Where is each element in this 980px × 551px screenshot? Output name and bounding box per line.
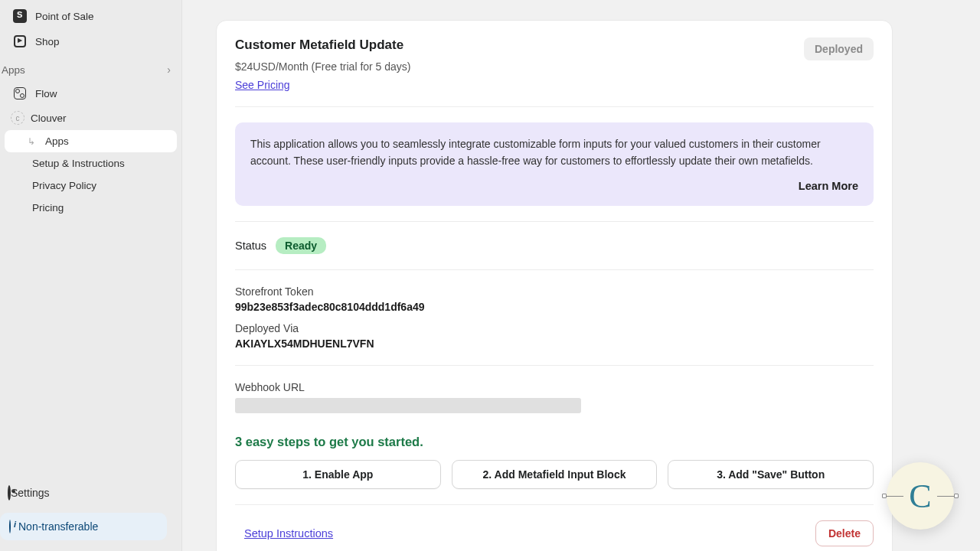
- settings-label: Settings: [11, 487, 50, 499]
- pos-icon: [12, 8, 28, 24]
- step-add-metafield-block[interactable]: 2. Add Metafield Input Block: [452, 460, 658, 489]
- sidebar-sub-label: Apps: [45, 135, 69, 147]
- shop-icon: [12, 34, 28, 49]
- sidebar-item-clouver[interactable]: c Clouver: [5, 106, 177, 129]
- storefront-token-value: 99b23e853f3adec80c8104ddd1df6a49: [235, 301, 874, 313]
- clouver-icon: c: [11, 111, 24, 125]
- info-text: This application allows you to seamlessl…: [250, 136, 858, 169]
- pill-label: Non-transferable: [18, 520, 98, 533]
- pricing-subtitle: $24USD/Month (Free trial for 5 days): [235, 60, 411, 73]
- flow-icon: [12, 86, 28, 101]
- sidebar-item-settings[interactable]: Settings: [0, 479, 181, 507]
- divider: [235, 269, 874, 270]
- deployed-via-label: Deployed Via: [235, 322, 874, 334]
- steps-row: 1. Enable App 2. Add Metafield Input Blo…: [235, 460, 874, 489]
- page-title: Customer Metafield Update: [235, 37, 411, 53]
- divider: [235, 221, 874, 222]
- sidebar-item-label: Point of Sale: [35, 11, 94, 22]
- sidebar-sub-privacy[interactable]: Privacy Policy: [5, 174, 177, 197]
- clouver-floating-badge[interactable]: C: [887, 462, 954, 530]
- gear-icon: [8, 487, 11, 499]
- sidebar-item-label: Clouver: [31, 112, 67, 124]
- sidebar-sub-pricing[interactable]: Pricing: [5, 197, 177, 219]
- step-enable-app[interactable]: 1. Enable App: [235, 460, 441, 489]
- divider: [235, 106, 874, 107]
- sidebar-sub-setup[interactable]: Setup & Instructions: [5, 152, 177, 174]
- sidebar-sub-apps[interactable]: ↳ Apps: [5, 130, 177, 152]
- sidebar-item-pos[interactable]: Point of Sale: [5, 4, 177, 28]
- info-banner: This application allows you to seamlessl…: [235, 122, 874, 206]
- deployed-badge: Deployed: [804, 37, 874, 60]
- sidebar-sub-label: Setup & Instructions: [32, 158, 125, 169]
- tree-branch-icon: ↳: [28, 136, 38, 147]
- setup-instructions-link[interactable]: Setup Instructions: [235, 527, 333, 540]
- delete-button[interactable]: Delete: [815, 520, 874, 546]
- sidebar-item-label: Flow: [35, 88, 57, 99]
- webhook-label: Webhook URL: [235, 381, 874, 393]
- sidebar: Point of Sale Shop Apps › Flow c Clouver…: [0, 0, 182, 551]
- sidebar-item-label: Shop: [35, 36, 60, 47]
- step-add-save-button[interactable]: 3. Add "Save" Button: [668, 460, 874, 489]
- steps-title: 3 easy steps to get you started.: [235, 435, 874, 449]
- divider: [235, 365, 874, 366]
- webhook-url-placeholder: [235, 398, 581, 413]
- apps-header-label: Apps: [2, 64, 25, 76]
- see-pricing-link[interactable]: See Pricing: [235, 79, 290, 91]
- status-badge: Ready: [276, 237, 326, 254]
- storefront-token-label: Storefront Token: [235, 285, 874, 298]
- non-transferable-pill[interactable]: Non-transferable: [0, 513, 167, 540]
- status-row: Status Ready: [235, 237, 874, 254]
- deployed-via-value: AKIAYLX54MDHUENL7VFN: [235, 337, 874, 350]
- clouver-logo-icon: C: [909, 477, 931, 516]
- sidebar-sub-label: Privacy Policy: [32, 180, 96, 191]
- sidebar-sub-label: Pricing: [32, 202, 64, 214]
- info-icon: [9, 520, 11, 533]
- app-card: Customer Metafield Update $24USD/Month (…: [216, 20, 893, 551]
- learn-more-link[interactable]: Learn More: [250, 180, 858, 192]
- sidebar-item-flow[interactable]: Flow: [5, 81, 177, 106]
- status-label: Status: [235, 240, 266, 252]
- main-content: Customer Metafield Update $24USD/Month (…: [182, 0, 980, 551]
- divider: [235, 504, 874, 505]
- sidebar-section-apps[interactable]: Apps ›: [0, 54, 181, 80]
- sidebar-item-shop[interactable]: Shop: [5, 29, 177, 54]
- chevron-right-icon: ›: [167, 64, 171, 76]
